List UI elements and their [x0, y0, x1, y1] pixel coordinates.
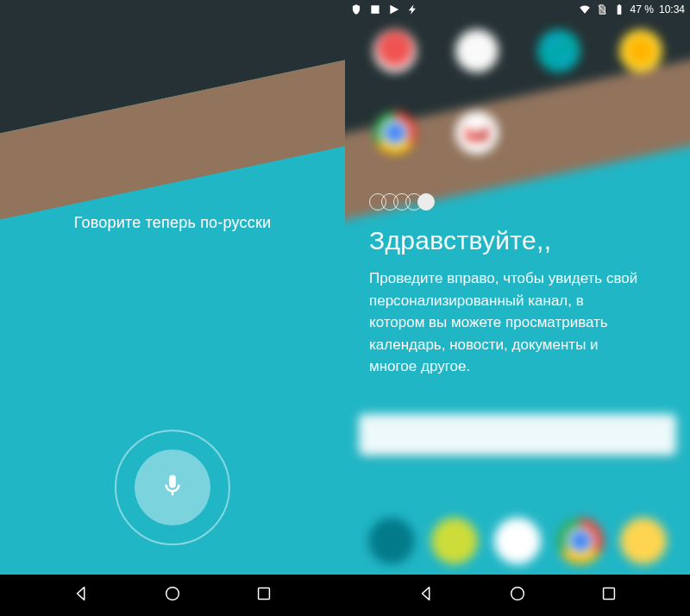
svg-rect-4	[603, 588, 614, 600]
clock-text: 10:34	[659, 3, 685, 16]
notification-brave-icon	[350, 3, 362, 16]
status-bar: 47 % 10:34	[345, 0, 690, 19]
wifi-icon	[579, 3, 591, 16]
battery-percent-text: 47 %	[630, 3, 654, 16]
app-chrome-icon[interactable]	[354, 111, 436, 167]
app-icon[interactable]	[518, 29, 599, 85]
app-icon[interactable]	[354, 29, 436, 85]
dock-chrome-icon[interactable]	[557, 518, 604, 564]
android-navbar	[0, 575, 345, 616]
dock-messages-icon[interactable]	[431, 518, 478, 564]
nav-home-button[interactable]	[163, 584, 182, 607]
screenshot-voice-assistant: Говорите теперь по-русски	[0, 0, 345, 616]
nav-back-button[interactable]	[72, 584, 91, 607]
mic-circle	[135, 449, 210, 525]
nav-recents-button[interactable]	[254, 584, 273, 607]
notification-play-icon	[388, 3, 400, 16]
battery-icon	[613, 3, 625, 16]
svg-rect-1	[258, 588, 269, 600]
notification-bolt-icon	[407, 3, 419, 16]
dock-phone-icon[interactable]	[368, 518, 415, 564]
app-icon[interactable]	[599, 29, 681, 85]
microphone-icon	[160, 473, 185, 502]
app-icon[interactable]	[436, 29, 518, 85]
screenshot-launcher-onboarding: 47 % 10:34	[345, 0, 690, 616]
dock-mail-icon[interactable]	[620, 518, 667, 564]
svg-point-3	[511, 588, 524, 600]
onboarding-page-indicator	[369, 193, 638, 211]
search-bar[interactable]	[359, 414, 676, 456]
notification-image-icon	[369, 3, 381, 16]
android-navbar	[345, 575, 690, 616]
onboarding-popup: Здравствуйте,, Проведите вправо, чтобы у…	[369, 193, 638, 378]
onboarding-title: Здравствуйте,,	[369, 226, 638, 255]
app-gmail-icon[interactable]	[436, 111, 518, 167]
nav-back-button[interactable]	[417, 584, 436, 607]
dual-screenshot: Говорите теперь по-русски	[0, 0, 690, 616]
dock-apps-icon[interactable]	[494, 518, 541, 564]
no-sim-icon	[596, 3, 608, 16]
voice-prompt-text: Говорите теперь по-русски	[0, 214, 345, 232]
onboarding-body: Проведите вправо, чтобы увидеть свой пер…	[369, 267, 638, 378]
mic-ring	[115, 430, 230, 545]
voice-mic-button[interactable]	[115, 430, 230, 545]
svg-rect-2	[618, 9, 621, 14]
nav-recents-button[interactable]	[599, 584, 618, 607]
svg-point-0	[166, 588, 179, 600]
nav-home-button[interactable]	[508, 584, 527, 607]
dock	[345, 518, 690, 564]
